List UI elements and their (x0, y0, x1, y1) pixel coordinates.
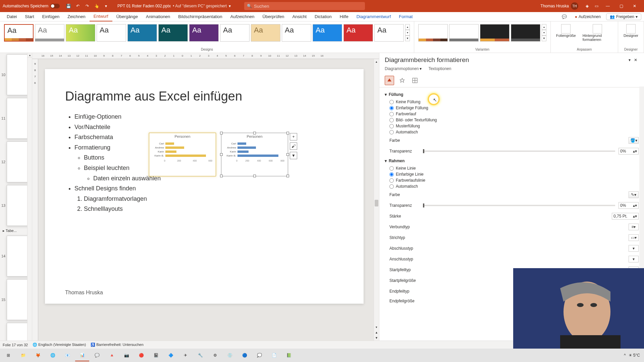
variant-more-icon[interactable]: ▼ (542, 36, 546, 41)
app-icon[interactable]: 📷 (119, 349, 133, 361)
tab-einfuegen[interactable]: Einfügen (38, 12, 63, 21)
border-option-none[interactable]: Keine Linie (385, 165, 639, 171)
user-account[interactable]: Thomas Hruska TH (540, 2, 578, 10)
resize-handle[interactable] (286, 175, 289, 177)
chart-options-tab[interactable]: Diagrammoptionen ▾ (385, 66, 422, 71)
accessibility-status[interactable]: ♿ Barrierefreiheit: Untersuchen (91, 343, 144, 347)
minimize-icon[interactable]: — (601, 0, 614, 12)
fill-option-picture[interactable]: Bild- oder Texturfüllung (385, 117, 639, 123)
transparency-spinner[interactable]: 0%▴▾ (619, 148, 639, 155)
resize-handle[interactable] (220, 153, 223, 156)
file-explorer-icon[interactable]: 📁 (16, 349, 30, 361)
canvas-scrollbar[interactable]: ▴ ▾ ▲ ▼ (374, 59, 379, 341)
app-icon[interactable]: 💬 (90, 349, 104, 361)
border-section-header[interactable]: ▾ Rahmen (385, 157, 639, 165)
theme-thumbnail[interactable]: Aa (220, 24, 250, 42)
touch-mode-icon[interactable]: 👆 (93, 3, 100, 9)
fill-section-header[interactable]: ▾ Füllung (385, 90, 639, 99)
variant-thumbnail[interactable] (418, 24, 448, 42)
effects-icon[interactable] (397, 76, 407, 85)
gallery-up-icon[interactable]: ▴ (405, 24, 410, 30)
search-input[interactable] (254, 4, 362, 9)
fill-option-pattern[interactable]: Musterfüllung (385, 123, 639, 129)
record-button[interactable]: ●Aufzeichnen (572, 14, 603, 20)
telegram-icon[interactable]: ✈ (178, 349, 193, 361)
pane-options-icon[interactable]: ▾ (627, 58, 633, 62)
tab-uebergaenge[interactable]: Übergänge (112, 12, 142, 21)
app-icon[interactable]: 📄 (267, 349, 281, 361)
compound-combo[interactable]: ≡▾ (629, 224, 639, 230)
scroll-up-icon[interactable]: ▴ (28, 53, 32, 58)
embedded-chart-2[interactable]: Personen CarlAndrewKarinKarin B. 0200400… (221, 133, 288, 176)
visio-icon[interactable]: 🔷 (164, 349, 178, 361)
border-option-auto[interactable]: Automatisch (385, 183, 639, 189)
redo-icon[interactable]: ↷ (84, 3, 91, 9)
qat-more-icon[interactable]: ▾ (103, 3, 109, 9)
tab-animationen[interactable]: Animationen (142, 12, 174, 21)
variant-thumbnail[interactable] (449, 24, 479, 42)
tab-aufzeichnen[interactable]: Aufzeichnen (226, 12, 259, 21)
slide-thumbnails[interactable]: 10 11 12 13 ▸ Tabe... 14 15 16 17 18 19 … (0, 53, 32, 341)
chart-filters-button[interactable]: ▼ (290, 152, 297, 159)
app-icon[interactable]: 🔧 (193, 349, 207, 361)
app-icon[interactable]: 🔴 (134, 349, 148, 361)
chart-styles-button[interactable]: 🖌 (290, 142, 297, 150)
border-option-solid[interactable]: Einfarbige Linie (385, 171, 639, 177)
theme-thumbnail[interactable]: Aa (282, 24, 311, 42)
theme-thumbnail[interactable]: Aa (343, 24, 373, 42)
width-spinner[interactable]: 0,75 Pt.▴▾ (612, 213, 639, 220)
auto-save-toggle[interactable]: Automatisches Speichern (3, 4, 60, 8)
tab-zeichnen[interactable]: Zeichnen (63, 12, 89, 21)
chrome-icon[interactable]: 🌐 (46, 349, 60, 361)
resize-handle[interactable] (253, 132, 256, 134)
toggle-switch[interactable] (50, 4, 60, 8)
theme-thumbnail[interactable]: Aa (66, 24, 95, 42)
tab-dictation[interactable]: Dictation (311, 12, 336, 21)
slide-counter[interactable]: Folie 17 von 32 (3, 343, 28, 347)
embedded-chart-1[interactable]: Personen CarlAndrewKarinKarin B. 0200400… (149, 133, 216, 176)
text-options-tab[interactable]: Textoptionen (428, 66, 451, 71)
share-button[interactable]: 👥Freigeben▾ (606, 13, 641, 20)
theme-thumbnail[interactable]: Aa (4, 24, 34, 42)
fill-option-none[interactable]: Keine Füllung (385, 99, 639, 105)
chevron-down-icon[interactable]: ▾ (229, 4, 231, 8)
fill-color-button[interactable]: 🪣▾ (629, 137, 639, 144)
transparency-slider[interactable] (423, 150, 615, 152)
app-icon[interactable]: 🔵 (237, 349, 252, 361)
theme-thumbnail[interactable]: Aa (97, 24, 126, 42)
thumbnail-scrollbar[interactable]: ▴ (27, 53, 32, 341)
scroll-down-icon[interactable]: ▾ (374, 324, 379, 330)
tab-start[interactable]: Start (21, 12, 38, 21)
pane-close-icon[interactable]: ✕ (633, 58, 639, 62)
undo-icon[interactable]: ↶ (74, 3, 81, 9)
dash-combo[interactable]: ▭▾ (629, 234, 639, 241)
app-icon[interactable]: 💭 (252, 349, 266, 361)
border-color-button[interactable]: ✎▾ (629, 191, 639, 198)
prev-slide-icon[interactable]: ▲ (374, 330, 379, 335)
size-properties-icon[interactable] (410, 76, 420, 85)
gallery-more-icon[interactable]: ▼ (405, 36, 410, 41)
theme-thumbnail[interactable]: Aa (35, 24, 64, 42)
tab-bildschirmpraesentation[interactable]: Bildschirmpräsentation (174, 12, 226, 21)
format-background-button[interactable]: Hintergrund formatieren (580, 23, 615, 43)
theme-thumbnail[interactable]: Aa (158, 24, 188, 42)
theme-thumbnail[interactable]: Aa (189, 24, 219, 42)
search-box[interactable]: 🔍 (244, 2, 365, 10)
theme-thumbnail[interactable]: Aa (127, 24, 157, 42)
weather-widget[interactable]: ☀ 5°C (629, 353, 640, 358)
theme-thumbnail[interactable]: Aa (374, 24, 404, 42)
app-icon[interactable]: ⚙ (208, 349, 222, 361)
resize-handle[interactable] (286, 153, 289, 156)
close-icon[interactable]: ✕ (628, 0, 641, 12)
tab-diagrammentwurf[interactable]: Diagrammentwurf (353, 12, 395, 21)
tray-expand-icon[interactable]: ^ (624, 353, 626, 358)
tab-hilfe[interactable]: Hilfe (336, 12, 353, 21)
scrollbar-thumb[interactable] (375, 200, 378, 206)
theme-thumbnail[interactable]: Aa (313, 24, 342, 42)
tab-format[interactable]: Format (395, 12, 417, 21)
fill-option-solid[interactable]: Einfarbige Füllung (385, 105, 639, 111)
tab-ansicht[interactable]: Ansicht (288, 12, 311, 21)
resize-handle[interactable] (286, 132, 289, 134)
fill-line-icon[interactable] (385, 76, 394, 85)
cap-combo[interactable]: ▾ (629, 245, 639, 252)
